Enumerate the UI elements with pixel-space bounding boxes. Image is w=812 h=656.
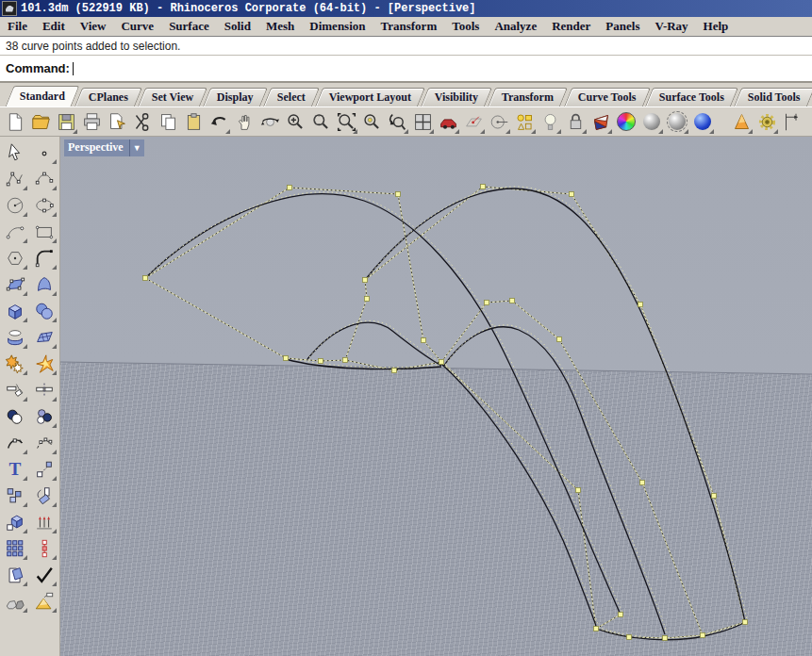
- check-select-tool[interactable]: [31, 563, 58, 587]
- control-point-5[interactable]: [363, 278, 368, 283]
- control-point-15[interactable]: [343, 358, 348, 363]
- cut-button[interactable]: [130, 109, 155, 135]
- control-point-4[interactable]: [570, 192, 574, 197]
- tab-viewport-layout[interactable]: Viewport Layout: [315, 88, 425, 107]
- render-spray-tool[interactable]: [31, 589, 58, 614]
- pan-button[interactable]: [232, 109, 257, 135]
- viewport-title-dropdown[interactable]: ▼: [130, 139, 144, 156]
- control-point-9[interactable]: [638, 303, 643, 307]
- group-tool[interactable]: [31, 404, 58, 429]
- dimension-button[interactable]: [780, 109, 804, 135]
- control-point-8[interactable]: [510, 299, 515, 303]
- fillet-curve-tool[interactable]: [31, 246, 58, 271]
- export-button[interactable]: [105, 109, 129, 135]
- tab-curve-tools[interactable]: Curve Tools: [564, 88, 651, 107]
- menu-item-panels[interactable]: Panels: [598, 18, 647, 35]
- circle-tool[interactable]: [2, 193, 28, 218]
- rotate-view-button[interactable]: [257, 109, 282, 135]
- perspective-viewport[interactable]: Perspective ▼: [60, 137, 812, 656]
- control-point-18[interactable]: [640, 481, 645, 485]
- control-point-1[interactable]: [288, 186, 292, 190]
- scale-tool[interactable]: [2, 510, 28, 534]
- control-point-0[interactable]: [143, 276, 148, 281]
- open-file-button[interactable]: [28, 109, 53, 135]
- selection-filter-button[interactable]: [512, 109, 537, 135]
- cplane-button[interactable]: [461, 109, 486, 135]
- boolean-tool[interactable]: [2, 352, 28, 376]
- split-tool[interactable]: [31, 378, 58, 402]
- tab-cplanes[interactable]: CPlanes: [75, 88, 142, 107]
- control-point-curve-tool[interactable]: [2, 167, 28, 191]
- visibility-button[interactable]: [538, 109, 562, 135]
- viewport-title-label[interactable]: Perspective: [64, 139, 130, 156]
- curve-through-points-tool[interactable]: [31, 167, 58, 191]
- shaded-view-button[interactable]: [639, 109, 664, 135]
- menu-item-curve[interactable]: Curve: [113, 18, 161, 35]
- material-rocks-tool[interactable]: [2, 589, 28, 614]
- curved-surface-tool[interactable]: [31, 272, 58, 297]
- material-wedge-button[interactable]: [588, 109, 613, 135]
- control-point-10[interactable]: [422, 338, 426, 343]
- tab-standard[interactable]: Standard: [6, 86, 80, 107]
- menu-item-mesh[interactable]: Mesh: [258, 18, 302, 35]
- save-file-button[interactable]: [54, 109, 78, 135]
- menu-item-edit[interactable]: Edit: [35, 18, 73, 35]
- tab-transform[interactable]: Transform: [488, 88, 568, 107]
- menu-item-vray[interactable]: V-Ray: [647, 18, 695, 35]
- rendered-view-button[interactable]: [690, 109, 715, 135]
- select-tool[interactable]: [2, 140, 28, 165]
- control-point-20[interactable]: [594, 627, 599, 631]
- control-point-14[interactable]: [319, 359, 323, 364]
- control-point-12[interactable]: [392, 369, 397, 373]
- lock-button[interactable]: [563, 109, 588, 135]
- zoom-dynamic-button[interactable]: [283, 109, 307, 135]
- print-button[interactable]: [79, 109, 104, 135]
- paste-button[interactable]: [181, 109, 206, 135]
- control-point-3[interactable]: [481, 185, 486, 189]
- control-point-6[interactable]: [365, 297, 370, 302]
- box-tool[interactable]: [2, 299, 28, 323]
- surface-from-points-tool[interactable]: [2, 272, 28, 297]
- rectangle-tool[interactable]: [31, 220, 58, 244]
- surface-grid-tool[interactable]: [31, 325, 58, 350]
- ellipse-tool[interactable]: [31, 193, 58, 218]
- four-viewports-button[interactable]: [410, 109, 435, 135]
- menu-item-file[interactable]: File: [0, 18, 35, 35]
- layers-tool[interactable]: [2, 563, 28, 587]
- control-point-7[interactable]: [485, 301, 489, 305]
- menu-item-analyze[interactable]: Analyze: [487, 18, 544, 35]
- zoom-extents-button[interactable]: [334, 109, 358, 135]
- grid-array-tool[interactable]: [2, 536, 28, 561]
- menu-item-help[interactable]: Help: [696, 18, 737, 35]
- new-file-button[interactable]: [3, 109, 27, 135]
- undo-button[interactable]: [207, 109, 231, 135]
- edit-points-tool[interactable]: [31, 457, 58, 482]
- control-point-24[interactable]: [701, 633, 705, 638]
- ghosted-view-button[interactable]: [665, 109, 689, 135]
- control-point-21[interactable]: [619, 613, 623, 617]
- revolve-tool[interactable]: [2, 325, 28, 350]
- menu-item-render[interactable]: Render: [544, 18, 598, 35]
- undo-view-button[interactable]: [385, 109, 409, 135]
- rebuild-curve-tool[interactable]: [31, 431, 58, 455]
- tab-set-view[interactable]: Set View: [138, 88, 207, 107]
- tab-display[interactable]: Display: [203, 88, 268, 107]
- control-point-25[interactable]: [743, 620, 748, 625]
- rotate-tool[interactable]: [31, 484, 58, 508]
- arc-tool[interactable]: [2, 220, 28, 244]
- menu-item-dimension[interactable]: Dimension: [302, 18, 373, 35]
- control-point-11[interactable]: [439, 360, 444, 365]
- color-wheel-button[interactable]: [614, 109, 638, 135]
- menu-item-transform[interactable]: Transform: [373, 18, 445, 35]
- trim-tool[interactable]: [2, 378, 28, 402]
- osnap-button[interactable]: [487, 109, 511, 135]
- control-point-19[interactable]: [712, 494, 717, 499]
- polygon-tool[interactable]: [2, 246, 28, 271]
- menu-item-surface[interactable]: Surface: [161, 18, 217, 35]
- tab-visibility[interactable]: Visibility: [421, 88, 492, 107]
- menu-item-tools[interactable]: Tools: [444, 18, 487, 35]
- zoom-selected-button[interactable]: [359, 109, 384, 135]
- tab-solid-tools[interactable]: Solid Tools: [734, 88, 812, 107]
- command-input-line[interactable]: Command:: [0, 56, 812, 83]
- array-tool[interactable]: [31, 510, 58, 534]
